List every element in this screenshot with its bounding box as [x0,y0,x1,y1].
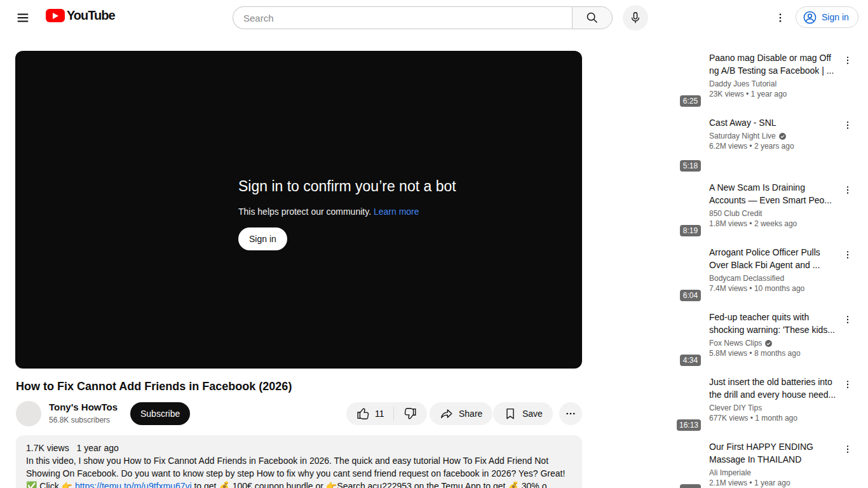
video-thumbnail[interactable]: 8:19 [597,180,704,240]
related-video-title[interactable]: A New Scam Is Draining Accounts — Even S… [709,181,837,207]
dislike-button[interactable] [394,402,427,425]
thumbs-down-icon [403,407,417,421]
channel-name[interactable]: Tony's HowTos [49,402,118,412]
related-channel-row[interactable]: Saturday Night Live [709,132,837,140]
more-horizontal-icon [565,408,576,419]
video-options-icon[interactable] [840,247,855,262]
related-video-title[interactable]: Our First HAPPY ENDING Massage In THAILA… [709,440,837,466]
share-label: Share [459,409,482,419]
related-video-item[interactable]: 6:04 Arrogant Police Officer Pulls Over … [597,245,853,304]
related-video-item[interactable]: 8:19 A New Scam Is Draining Accounts — E… [597,180,853,240]
related-video-meta: 2.1M views • 1 year ago [709,478,837,487]
video-thumbnail[interactable]: 5:18 [597,115,704,175]
person-icon [803,10,817,25]
video-thumbnail[interactable]: 6:04 [597,245,704,304]
youtube-logo[interactable]: YouTube [46,8,115,23]
bot-check-subtext: This helps protect our community. Learn … [238,207,456,217]
video-options-icon[interactable] [840,312,855,327]
duration-badge: 16:13 [677,419,701,431]
related-video-title[interactable]: Paano mag Disable or mag Off ng A/B Test… [709,51,837,77]
related-video-item[interactable]: 16:13 Just insert the old batteries into… [597,374,853,434]
like-count: 11 [375,409,384,419]
bot-check-message: Sign in to confirm you’re not a bot This… [238,178,456,250]
related-video-title[interactable]: Arrogant Police Officer Pulls Over Black… [709,246,837,271]
related-channel-row[interactable]: Bodycam Declassified [709,274,837,283]
thumbs-up-icon [356,407,370,421]
related-video-item[interactable]: 6:25 Paano mag Disable or mag Off ng A/B… [597,50,853,110]
related-video-title[interactable]: Cast Away - SNL [709,116,837,129]
related-channel-name: Saturday Night Live [709,132,776,140]
video-info: A New Scam Is Draining Accounts — Even S… [704,180,853,240]
subscribe-button[interactable]: Subscribe [130,402,190,425]
description-box[interactable]: 1.7K views 1 year ago In this video, I s… [16,435,582,488]
menu-icon[interactable] [10,5,36,30]
search-button[interactable] [572,6,613,29]
related-video-title[interactable]: Fed-up teacher quits with shocking warni… [709,311,837,336]
description-text: In this video, I show you How to Fix Can… [26,454,572,488]
video-thumbnail[interactable] [597,439,704,488]
verified-icon [778,132,787,140]
video-options-icon[interactable] [840,118,855,133]
signin-label: Sign in [822,12,849,22]
search-bar [233,6,613,29]
related-video-meta: 5.8M views • 8 months ago [709,349,837,358]
related-video-meta: 7.4M views • 10 months ago [709,284,837,293]
related-channel-row[interactable]: Clever DIY Tips [709,403,837,412]
temu-link[interactable]: https://temu.to/m/u9tfxmu67vi [75,481,192,488]
related-channel-name: Daddy Jues Tutorial [709,79,776,88]
related-video-item[interactable]: Our First HAPPY ENDING Massage In THAILA… [597,439,853,488]
video-title: How to Fix Cannot Add Friends in Faceboo… [16,379,581,394]
video-info: Just insert the old batteries into the d… [704,374,853,434]
video-info: Fed-up teacher quits with shocking warni… [704,309,853,369]
related-video-title[interactable]: Just insert the old batteries into the d… [709,376,837,401]
related-video-meta: 23K views • 1 year ago [709,90,837,98]
related-channel-name: Clever DIY Tips [709,403,762,412]
share-button[interactable]: Share [430,402,492,425]
related-channel-row[interactable]: Ali Imperiale [709,468,837,477]
related-channel-row[interactable]: Daddy Jues Tutorial [709,79,837,88]
description-cta: ✅ Click 👉 https://temu.to/m/u9tfxmu67vi … [26,481,562,488]
search-icon [585,11,599,25]
related-channel-row[interactable]: Fox News Clips [709,339,837,348]
save-label: Save [522,409,543,419]
player-signin-button[interactable]: Sign in [238,227,287,250]
top-app-bar: YouTube Sign in [0,0,868,36]
learn-more-link[interactable]: Learn more [374,207,419,217]
video-info: Paano mag Disable or mag Off ng A/B Test… [704,50,853,110]
related-channel-name: Ali Imperiale [709,468,751,477]
related-video-meta: 1.8M views • 2 weeks ago [709,219,837,228]
related-channel-name: 850 Club Credit [709,209,762,218]
description-meta: 1.7K views 1 year ago [26,442,572,454]
video-thumbnail[interactable]: 16:13 [597,374,704,434]
more-actions-button[interactable] [559,402,582,425]
youtube-play-icon [46,9,65,22]
video-player[interactable]: Sign in to confirm you’re not a bot This… [15,51,582,369]
video-options-icon[interactable] [840,182,855,198]
related-channel-name: Bodycam Declassified [709,274,784,283]
related-channel-row[interactable]: 850 Club Credit [709,209,837,218]
save-button[interactable]: Save [493,402,553,425]
voice-search-button[interactable] [623,5,648,30]
upload-age: 1 year ago [77,443,119,453]
video-info: Cast Away - SNL Saturday Night Live 6.2M… [704,115,853,175]
header-signin-button[interactable]: Sign in [796,6,858,28]
video-thumbnail[interactable]: 6:25 [597,50,704,110]
search-input[interactable] [233,6,572,29]
related-video-meta: 6.2M views • 2 years ago [709,142,837,151]
settings-menu-icon[interactable] [768,5,793,30]
related-video-item[interactable]: 5:18 Cast Away - SNL Saturday Night Live… [597,115,853,175]
related-video-meta: 677K views • 1 month ago [709,414,837,423]
duration-badge: 5:18 [680,160,701,172]
video-thumbnail[interactable]: 4:34 [597,309,704,369]
video-options-icon[interactable] [840,442,855,457]
video-options-icon[interactable] [840,53,855,68]
like-dislike-bar: 11 [346,402,427,425]
video-options-icon[interactable] [840,377,855,392]
channel-avatar[interactable] [16,401,41,426]
like-button[interactable]: 11 [346,402,393,425]
related-video-item[interactable]: 4:34 Fed-up teacher quits with shocking … [597,309,853,369]
youtube-wordmark: YouTube [67,8,115,23]
view-count: 1.7K views [26,443,69,453]
verified-icon [764,339,773,348]
duration-badge: 6:25 [680,95,701,107]
